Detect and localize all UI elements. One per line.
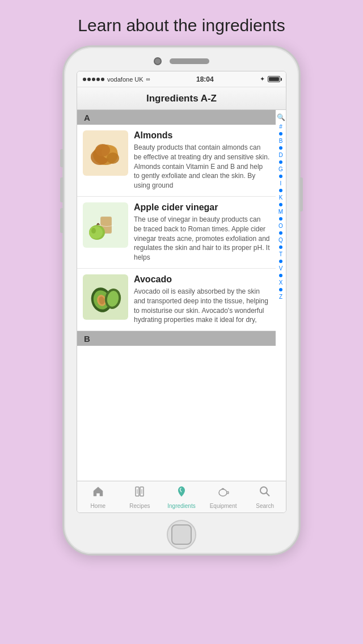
alpha-dot-10 <box>279 260 282 263</box>
list-container[interactable]: A Almonds Beau <box>77 110 276 481</box>
alpha-search[interactable]: 🔍 <box>277 112 285 122</box>
almond-image <box>83 130 128 176</box>
search-icon <box>259 485 271 501</box>
speaker <box>170 58 209 64</box>
tab-search-label: Search <box>256 503 274 509</box>
alpha-dot-9 <box>279 245 282 249</box>
battery-fill <box>269 77 279 81</box>
status-right: ✦ <box>260 75 280 83</box>
almond-text: Almonds Beauty products that contain alm… <box>134 130 270 190</box>
section-letter-a: A <box>84 113 90 122</box>
status-bar: vodafone UK ∞ 18:04 ✦ <box>77 71 286 87</box>
alpha-x[interactable]: X <box>279 278 283 287</box>
alpha-index[interactable]: 🔍 # B D G I K M O Q T <box>276 110 286 481</box>
list-item[interactable]: Apple cider vinegar The use of vinegar i… <box>77 197 276 269</box>
alpha-dot-12 <box>279 288 282 291</box>
alpha-k[interactable]: K <box>279 193 283 202</box>
tab-home[interactable]: Home <box>77 481 119 512</box>
svg-point-3 <box>95 144 110 156</box>
battery-icon <box>268 76 280 82</box>
signal-dot-4 <box>96 78 100 81</box>
alpha-dot-7 <box>279 217 282 221</box>
tab-search[interactable]: Search <box>244 481 286 512</box>
ingredients-icon <box>175 485 188 501</box>
home-button[interactable] <box>167 520 196 549</box>
phone-top-bar <box>64 47 299 71</box>
alpha-i[interactable]: I <box>280 179 282 188</box>
tab-recipes[interactable]: Recipes <box>119 481 161 512</box>
tab-recipes-label: Recipes <box>129 503 150 509</box>
alpha-d[interactable]: D <box>278 151 282 159</box>
home-button-inner <box>171 524 192 545</box>
alpha-dot-2 <box>279 146 282 150</box>
avocado-desc: Avocado oil is easily absorbed by the sk… <box>134 287 270 325</box>
equipment-icon <box>217 485 230 501</box>
svg-line-23 <box>267 493 270 496</box>
alpha-dot-11 <box>279 274 282 277</box>
alpha-dot-5 <box>279 189 282 192</box>
power-button <box>300 177 303 211</box>
signal-dots <box>83 78 104 81</box>
almond-desc: Beauty products that contain almonds can… <box>134 143 270 190</box>
home-icon <box>92 485 104 501</box>
tab-home-label: Home <box>90 503 105 509</box>
alpha-t[interactable]: T <box>279 250 282 259</box>
alpha-o[interactable]: O <box>278 222 283 230</box>
bluetooth-icon: ✦ <box>260 75 265 83</box>
vinegar-desc: The use of vinegar in beauty products ca… <box>134 215 270 262</box>
alpha-m[interactable]: M <box>278 207 283 216</box>
status-time: 18:04 <box>196 75 214 83</box>
almond-title: Almonds <box>134 130 270 141</box>
tab-equipment[interactable]: Equipment <box>202 481 244 512</box>
alpha-dot-6 <box>279 203 282 206</box>
signal-dot-2 <box>87 78 91 81</box>
tab-ingredients-label: Ingredients <box>167 503 195 509</box>
list-item[interactable]: Avocado Avocado oil is easily absorbed b… <box>77 269 276 331</box>
alpha-b[interactable]: B <box>279 137 283 145</box>
alpha-g[interactable]: G <box>278 165 283 173</box>
phone-screen: vodafone UK ∞ 18:04 ✦ Ingredients A-Z A <box>77 71 286 513</box>
avocado-text: Avocado Avocado oil is easily absorbed b… <box>134 274 270 325</box>
svg-point-9 <box>91 228 96 234</box>
vinegar-image <box>83 202 128 248</box>
phone-shell: vodafone UK ∞ 18:04 ✦ Ingredients A-Z A <box>62 45 301 556</box>
svg-point-4 <box>107 152 119 164</box>
alpha-dot-3 <box>279 160 282 164</box>
alpha-z[interactable]: Z <box>279 293 282 301</box>
alpha-dot-4 <box>279 175 282 178</box>
list-item[interactable]: Almonds Beauty products that contain alm… <box>77 125 276 197</box>
alpha-dot-8 <box>279 231 282 235</box>
section-letter-b: B <box>84 334 90 344</box>
nav-title: Ingredients A-Z <box>146 93 217 104</box>
nav-title-bar: Ingredients A-Z <box>77 87 286 110</box>
vol-up-button <box>60 177 63 202</box>
avocado-title: Avocado <box>134 274 270 285</box>
tab-ingredients[interactable]: Ingredients <box>161 481 202 512</box>
content-area: A Almonds Beau <box>77 110 286 481</box>
alpha-hash[interactable]: # <box>279 122 282 131</box>
svg-point-8 <box>89 226 103 239</box>
tab-equipment-label: Equipment <box>210 503 237 509</box>
vinegar-text: Apple cider vinegar The use of vinegar i… <box>134 202 270 262</box>
section-header-a: A <box>77 110 276 125</box>
section-header-b: B <box>77 331 276 346</box>
page-header: Learn about the ingredients <box>78 16 285 35</box>
svg-point-22 <box>260 487 267 494</box>
signal-dot-5 <box>101 78 104 81</box>
alpha-q[interactable]: Q <box>278 236 283 244</box>
alpha-dot-1 <box>279 132 282 135</box>
signal-dot-1 <box>83 78 86 81</box>
carrier-label: vodafone UK <box>107 76 143 83</box>
tab-bar: Home Recipes <box>77 481 286 512</box>
status-left: vodafone UK ∞ <box>83 76 150 83</box>
avocado-image <box>83 274 128 320</box>
vinegar-title: Apple cider vinegar <box>134 202 270 213</box>
camera <box>154 57 162 65</box>
svg-point-20 <box>219 489 227 496</box>
recipes-icon <box>133 485 146 501</box>
signal-dot-3 <box>92 78 95 81</box>
alpha-v[interactable]: V <box>279 264 283 273</box>
wifi-icon: ∞ <box>146 76 150 82</box>
vol-down-button <box>60 208 63 233</box>
